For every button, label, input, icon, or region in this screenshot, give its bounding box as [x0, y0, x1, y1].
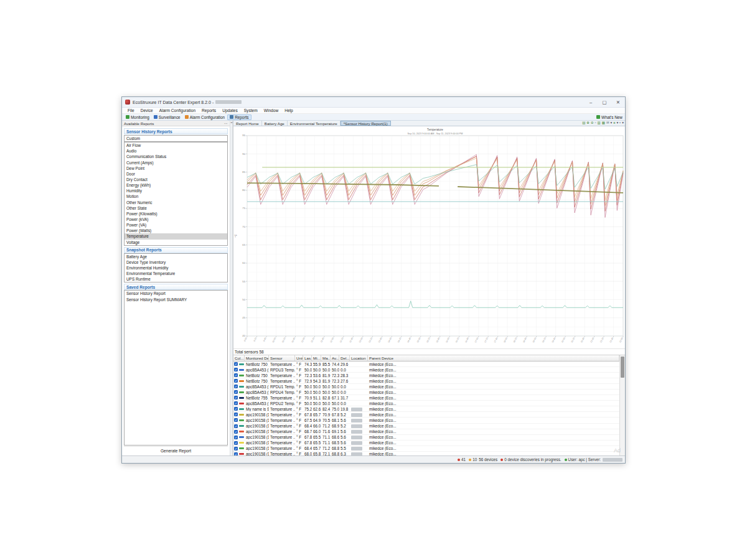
row-checkbox[interactable]: ✓ — [234, 401, 238, 405]
close-button[interactable]: ✕ — [611, 97, 625, 107]
row-checkbox[interactable]: ✓ — [234, 385, 238, 388]
sidebar-item-dew-point[interactable]: Dew Point — [125, 166, 227, 171]
zoom-in-icon[interactable]: ⊕ — [586, 121, 590, 125]
tab-report-home[interactable]: Report Home — [233, 121, 262, 126]
sidebar-item-dry-contact[interactable]: Dry Contact — [125, 177, 227, 182]
table-row[interactable]: ✓apcB5A453 (1...RPDU1 Temp...° F50.050.0… — [233, 384, 619, 390]
toolbar-item-surveillance[interactable]: Surveillance — [152, 114, 182, 120]
row-checkbox[interactable]: ✓ — [234, 418, 238, 422]
table-row[interactable]: ✓apcB5A453 (1...RPDU2 Temp...° F50.050.0… — [233, 401, 619, 406]
tab-environmental-temperature[interactable]: Environmental Temperature — [288, 121, 341, 126]
table-row[interactable]: ✓apcB5A453 (1...RPDU3 Temp...° F50.050.0… — [233, 367, 619, 373]
row-checkbox[interactable]: ✓ — [234, 413, 238, 416]
table-row[interactable]: ✓apc190158 (1...Temperature ...° F67.865… — [233, 412, 619, 418]
menu-reports[interactable]: Reports — [199, 108, 219, 113]
sidebar-item-environmental-humidity[interactable]: Environmental Humidity — [125, 265, 227, 271]
email-dropdown-icon[interactable]: ▾ — [611, 121, 613, 125]
column-header-units[interactable]: Units — [295, 355, 303, 361]
menu-window[interactable]: Window — [261, 108, 281, 113]
table-row[interactable]: ✓apc190158 (1...Temperature ...° F68.065… — [233, 452, 619, 455]
column-header-ma[interactable]: Ma... — [321, 355, 331, 361]
table-scrollbar[interactable] — [619, 355, 625, 455]
column-header-parent-device[interactable]: Parent Device — [368, 355, 619, 361]
sidebar-item-custom[interactable]: Custom — [125, 136, 227, 141]
table-row[interactable]: ✓apc190158 (1...Temperature ...° F68.465… — [233, 446, 619, 452]
table-row[interactable]: ✓apc190158 (1...Temperature ...° F68.766… — [233, 429, 619, 435]
column-header-av[interactable]: Av... — [331, 355, 339, 361]
row-checkbox[interactable]: ✓ — [234, 379, 238, 383]
sidebar-item-power-va[interactable]: Power (VA) — [125, 222, 227, 228]
row-checkbox[interactable]: ✓ — [234, 396, 238, 399]
column-header-col[interactable]: Col... — [233, 355, 245, 361]
table-view-icon[interactable]: ▦ — [602, 121, 605, 125]
menu-updates[interactable]: Updates — [219, 108, 241, 113]
graph-summary-icon[interactable]: ▤ — [582, 121, 585, 125]
sidebar-item-air-flow[interactable]: Air Flow — [125, 142, 227, 148]
table-row[interactable]: ✓apcB5A453 (1...RPDU4 Temp...° F50.050.0… — [233, 390, 619, 395]
export-dropdown-icon[interactable]: ▾ — [617, 121, 619, 125]
row-checkbox[interactable]: ✓ — [234, 436, 238, 439]
tab-battery-age[interactable]: Battery Age — [262, 121, 288, 126]
menu-system[interactable]: System — [241, 108, 261, 113]
row-checkbox[interactable]: ✓ — [234, 424, 238, 428]
table-row[interactable]: ✓NetBotz 750 ...Temperature ...° F72.954… — [233, 378, 619, 384]
row-checkbox[interactable]: ✓ — [234, 441, 238, 445]
reset-zoom-icon[interactable]: ▫ — [595, 121, 596, 125]
maximize-button[interactable]: ▢ — [598, 97, 611, 107]
column-header-sensor[interactable]: Sensor — [269, 355, 295, 361]
table-row[interactable]: ✓NetBotz 750 ...Temperature ...° F74.355… — [233, 362, 619, 367]
table-row[interactable]: ✓My name is Si...Temperature ...° F75.26… — [233, 406, 619, 412]
sidebar-item-power-kilowatts[interactable]: Power (Kilowatts) — [125, 211, 227, 217]
sidebar-item-temperature[interactable]: Temperature — [125, 233, 227, 239]
row-checkbox[interactable]: ✓ — [234, 452, 238, 455]
sidebar-item-power-kva[interactable]: Power (kVA) — [125, 217, 227, 222]
table-row[interactable]: ✓NetBotz 750 ...Temperature ...° F72.353… — [233, 373, 619, 378]
chart-svg[interactable]: 9:009:209:4010:0010:2010:4011:0011:2011:… — [233, 126, 626, 348]
settings-dropdown-icon[interactable]: ▾ — [622, 121, 624, 125]
toolbar-item-alarm-configuration[interactable]: Alarm Configuration — [183, 114, 227, 120]
table-scrollbar-thumb[interactable] — [621, 357, 624, 378]
sidebar-item-environmental-temperature[interactable]: Environmental Temperature — [125, 271, 227, 276]
sidebar-item-audio[interactable]: Audio — [125, 148, 227, 154]
sidebar-item-energy-kwh[interactable]: Energy (kWh) — [125, 182, 227, 188]
tab-sensor-history-report-1[interactable]: *Sensor History Report(1) — [341, 121, 391, 126]
export-report-icon[interactable]: ≡ — [613, 121, 615, 125]
sidebar-item-sensor-history-report-summary[interactable]: Sensor History Report SUMMARY — [125, 297, 227, 302]
menu-device[interactable]: Device — [138, 108, 156, 113]
row-checkbox[interactable]: ✓ — [234, 390, 238, 394]
sidebar-item-ups-runtime[interactable]: UPS Runtime — [125, 276, 227, 282]
column-header-las[interactable]: Las... — [303, 355, 312, 361]
row-checkbox[interactable]: ✓ — [234, 407, 238, 411]
row-checkbox[interactable]: ✓ — [234, 368, 238, 371]
table-row[interactable]: ✓apc190158 (1...Temperature ...° F67.865… — [233, 441, 619, 446]
menu-help[interactable]: Help — [281, 108, 296, 113]
sidebar-item-humidity[interactable]: Humidity — [125, 188, 227, 194]
sidebar-item-other-numeric[interactable]: Other Numeric — [125, 200, 227, 205]
email-report-icon[interactable]: ✉ — [606, 121, 609, 125]
row-checkbox[interactable]: ✓ — [234, 362, 238, 366]
sidebar-item-power-watts[interactable]: Power (Watts) — [125, 228, 227, 233]
table-row[interactable]: ✓NetBotz 755 ...Temperature ...° F70.951… — [233, 395, 619, 401]
toolbar-item-monitoring[interactable]: Monitoring — [124, 114, 151, 120]
sidebar-item-other-state[interactable]: Other State — [125, 205, 227, 211]
sidebar-item-device-type-inventory[interactable]: Device Type Inventory — [125, 259, 227, 265]
report-settings-icon[interactable]: ▪ — [619, 121, 621, 125]
grid-view-icon[interactable]: ▥ — [598, 121, 601, 125]
menu-file[interactable]: File — [125, 108, 138, 113]
whats-new-link[interactable]: What's New — [596, 115, 625, 119]
column-header-del[interactable]: Del... — [339, 355, 350, 361]
toolbar-item-reports[interactable]: Reports — [227, 114, 251, 120]
menu-alarm-configuration[interactable]: Alarm Configuration — [156, 108, 199, 113]
splitter-grip-icon[interactable]: ◂▸ — [230, 121, 232, 124]
row-checkbox[interactable]: ✓ — [234, 430, 238, 434]
column-header-location[interactable]: Location — [350, 355, 368, 361]
sidebar-item-sensor-history-report[interactable]: Sensor History Report — [125, 291, 227, 296]
panel-collapse-icons[interactable]: ▪▪ — [225, 122, 228, 125]
row-checkbox[interactable]: ✓ — [234, 447, 238, 450]
zoom-out-icon[interactable]: ⊖ — [591, 121, 594, 125]
table-row[interactable]: ✓apc190158 (1...Temperature ...° F68.466… — [233, 424, 619, 429]
sidebar-item-door[interactable]: Door — [125, 171, 227, 177]
generate-report-button[interactable]: Generate Report — [124, 446, 228, 454]
column-header-mi[interactable]: Mi... — [312, 355, 321, 361]
table-row[interactable]: ✓apc190158 (1...Temperature ...° F67.865… — [233, 435, 619, 441]
